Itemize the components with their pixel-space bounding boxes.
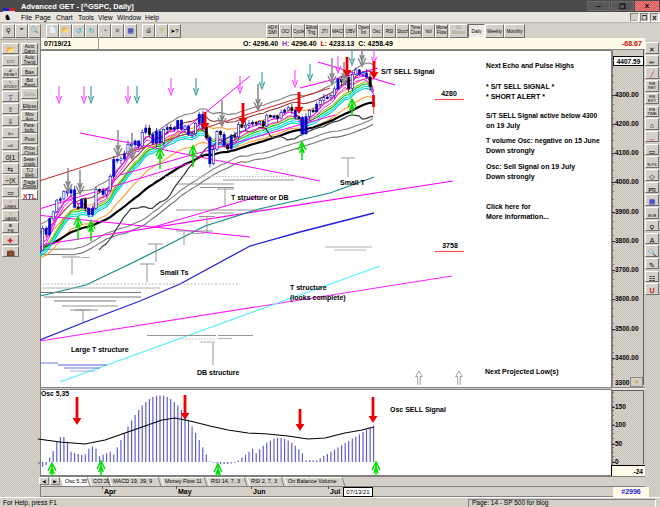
svg-text:3758: 3758 [442, 242, 458, 249]
svg-text:* SHORT ALERT *: * SHORT ALERT * [486, 93, 545, 100]
svg-text:T structure: T structure [290, 284, 327, 291]
svg-text:More Information...: More Information... [486, 213, 549, 220]
svg-text:(looks complete): (looks complete) [290, 294, 346, 302]
svg-text:on 19 July: on 19 July [486, 122, 520, 130]
svg-text:* S/T SELL SIGNAL *: * S/T SELL SIGNAL * [486, 83, 554, 90]
svg-text:4280: 4280 [441, 90, 457, 97]
svg-text:T volume Osc: negative on 15 J: T volume Osc: negative on 15 June [486, 137, 600, 145]
svg-text:Osc: Sell Signal on 19 July: Osc: Sell Signal on 19 July [486, 163, 575, 171]
svg-text:S/T SELL Signal: S/T SELL Signal [381, 68, 435, 76]
svg-text:Small Ts: Small Ts [160, 269, 188, 276]
svg-text:Osc SELL Signal: Osc SELL Signal [390, 406, 446, 414]
svg-text:S/T SELL Signal active below: S/T SELL Signal active below 4300 [486, 112, 598, 120]
svg-text:T structure or DB: T structure or DB [231, 194, 289, 201]
svg-text:Large T structure: Large T structure [71, 346, 129, 354]
svg-text:Next Projected Low(s): Next Projected Low(s) [485, 368, 559, 376]
svg-text:DB structure: DB structure [197, 369, 240, 376]
svg-text:Down strongly: Down strongly [486, 147, 535, 155]
svg-text:Down strongly: Down strongly [486, 173, 535, 181]
svg-text:Next Echo and Pulse Highs: Next Echo and Pulse Highs [486, 62, 574, 70]
svg-text:Small T: Small T [340, 179, 366, 186]
svg-text:Click here for: Click here for [486, 203, 531, 210]
svg-text:Osc 5,35: Osc 5,35 [41, 390, 69, 398]
